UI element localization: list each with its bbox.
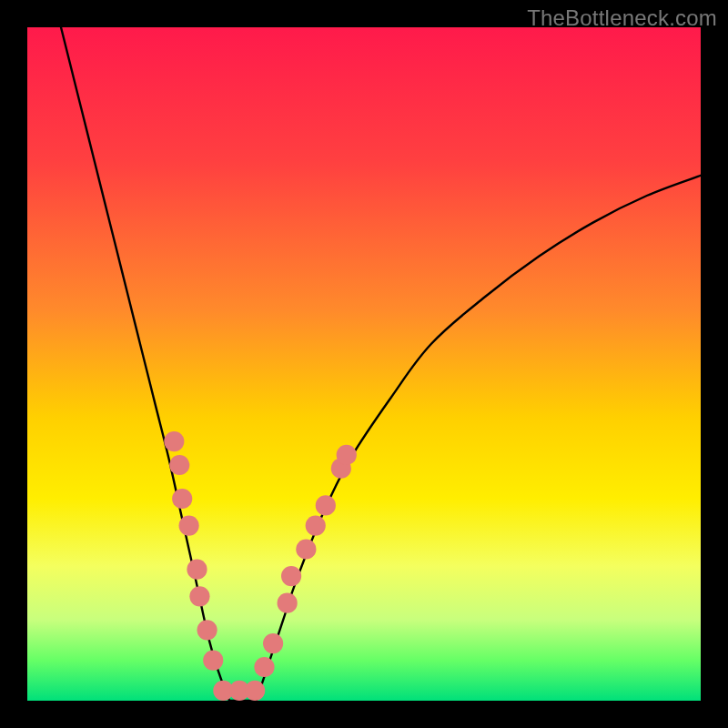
chart-frame: TheBottleneck.com (0, 0, 728, 728)
marker-point (197, 620, 217, 640)
curves-layer (27, 27, 701, 701)
marker-point (172, 489, 192, 509)
marker-point (254, 657, 274, 677)
marker-point (203, 651, 223, 671)
marker-point (306, 516, 326, 536)
marker-point (164, 431, 184, 451)
marker-point (263, 633, 283, 653)
marker-point (337, 445, 357, 465)
series-right_curve (257, 176, 701, 701)
marker-point (281, 566, 301, 586)
marker-point (179, 516, 199, 536)
watermark-text: TheBottleneck.com (527, 5, 717, 31)
marker-point (278, 593, 298, 613)
marker-point (189, 586, 209, 606)
marker-point (245, 681, 265, 701)
marker-point (169, 455, 189, 475)
marker-point (296, 539, 316, 559)
marker-point (316, 495, 336, 515)
marker-point (187, 560, 207, 580)
plot-area (27, 27, 701, 701)
